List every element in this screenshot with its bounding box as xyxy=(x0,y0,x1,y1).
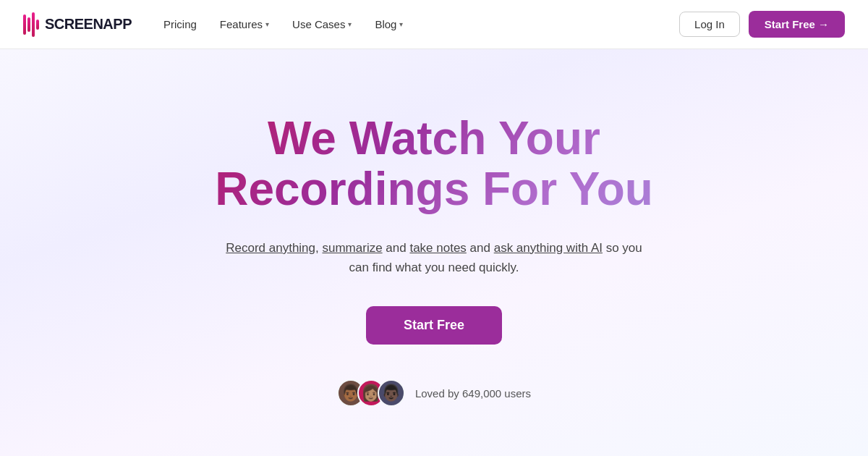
brand-name: SCREENAPP xyxy=(45,16,132,33)
nav-blog[interactable]: Blog ▾ xyxy=(366,12,412,36)
ask-ai-link[interactable]: ask anything with AI xyxy=(494,241,603,255)
start-free-hero-button[interactable]: Start Free xyxy=(366,306,502,345)
logo-bar-1 xyxy=(23,14,26,35)
social-proof-text: Loved by 649,000 users xyxy=(415,387,531,400)
social-proof: 👨🏾 👩🏽 👨🏿 Loved by 649,000 users xyxy=(337,379,531,407)
chevron-down-icon: ▾ xyxy=(348,20,352,28)
chevron-down-icon: ▾ xyxy=(399,20,403,28)
avatar: 👨🏿 xyxy=(378,379,405,407)
navbar: SCREENAPP Pricing Features ▾ Use Cases ▾… xyxy=(0,0,868,49)
summarize-link[interactable]: summarize xyxy=(322,241,382,255)
login-button[interactable]: Log In xyxy=(679,12,740,37)
start-free-nav-button[interactable]: Start Free → xyxy=(749,11,845,38)
logo-link[interactable]: SCREENAPP xyxy=(23,12,132,37)
hero-subtitle: Record anything, summarize and take note… xyxy=(224,238,644,277)
hero-section: We Watch Your Recordings For You Record … xyxy=(0,49,868,456)
hero-title: We Watch Your Recordings For You xyxy=(145,113,723,215)
logo-icon xyxy=(23,12,39,37)
record-link[interactable]: Record anything xyxy=(226,241,315,255)
logo-bar-2 xyxy=(27,17,30,32)
take-notes-link[interactable]: take notes xyxy=(409,241,466,255)
nav-use-cases[interactable]: Use Cases ▾ xyxy=(284,12,360,36)
logo-bar-4 xyxy=(36,20,39,30)
nav-links: Pricing Features ▾ Use Cases ▾ Blog ▾ xyxy=(155,12,412,36)
logo-bar-3 xyxy=(32,12,35,37)
nav-pricing[interactable]: Pricing xyxy=(155,12,205,36)
nav-features[interactable]: Features ▾ xyxy=(211,12,278,36)
nav-actions: Log In Start Free → xyxy=(679,11,845,38)
avatar-group: 👨🏾 👩🏽 👨🏿 xyxy=(337,379,405,407)
chevron-down-icon: ▾ xyxy=(265,20,269,28)
